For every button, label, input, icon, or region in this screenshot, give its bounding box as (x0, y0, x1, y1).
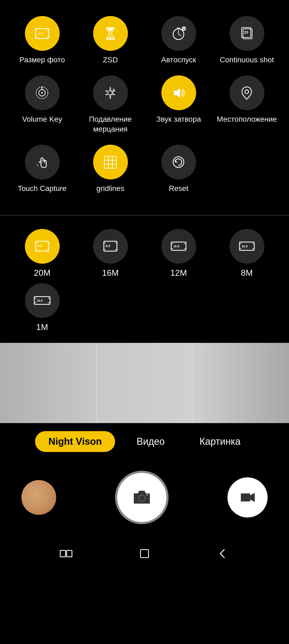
setting-continuous[interactable]: 20 Continuous shot (215, 16, 278, 65)
back-button[interactable] (212, 543, 234, 564)
autotimer-circle (161, 16, 196, 51)
reset-circle (161, 145, 196, 179)
res-8m-label: 8M (241, 268, 253, 278)
continuous-circle: 20 (230, 16, 264, 51)
gridlines-circle (93, 145, 128, 179)
res-8m-circle: 16:9 (230, 229, 264, 264)
setting-reset[interactable]: Reset (147, 145, 210, 193)
svg-point-26 (113, 89, 115, 91)
svg-text:16:9: 16:9 (242, 245, 248, 248)
svg-rect-88 (67, 550, 72, 557)
settings-grid: 4:3 Размер фото (11, 16, 278, 194)
res-20m[interactable]: 4:3 20M (11, 229, 74, 278)
setting-gridlines[interactable]: gridlines (79, 145, 142, 193)
bottom-controls (0, 460, 289, 535)
res-20m-circle: 4:3 (25, 229, 60, 264)
svg-rect-87 (60, 550, 66, 557)
resolution-grid: 4:3 20M 4:3 (0, 218, 289, 283)
svg-text:4:3: 4:3 (38, 32, 43, 35)
video-button[interactable] (227, 477, 268, 518)
setting-zsd[interactable]: ZSD (79, 16, 142, 65)
res-12m[interactable]: 16:9 12M (147, 229, 210, 278)
svg-rect-89 (140, 550, 149, 558)
mode-tabs: Night Vison Видео Картинка (0, 423, 289, 460)
res-20m-label: 20M (34, 268, 50, 278)
svg-line-14 (178, 34, 181, 36)
gallery-thumbnail[interactable] (21, 480, 56, 515)
anti-flicker-circle (93, 75, 128, 110)
touch-capture-label: Touch Capture (18, 184, 66, 193)
nav-bar (0, 535, 289, 578)
back-icon (215, 546, 231, 562)
home-button[interactable] (134, 543, 155, 564)
autotimer-label: Автоспуск (161, 55, 196, 65)
res-1m-label: 1M (36, 322, 48, 332)
res-16m-circle: 4:3 (93, 229, 128, 264)
res-1m[interactable]: 18:9 1M (11, 283, 74, 332)
tab-picture[interactable]: Картинка (186, 431, 254, 452)
anti-flicker-label: Подавление мерцания (79, 114, 142, 134)
svg-point-86 (146, 494, 148, 496)
svg-rect-28 (104, 156, 116, 168)
res-16m[interactable]: 4:3 16M (79, 229, 142, 278)
volume-key-label: Volume Key (22, 114, 62, 124)
svg-text:20: 20 (244, 30, 248, 34)
svg-point-85 (139, 496, 144, 501)
resolution-grid-second: 18:9 1M (0, 283, 289, 343)
setting-volume-key[interactable]: Volume Key (11, 75, 74, 134)
svg-text:16:9: 16:9 (173, 245, 179, 248)
res-16m-label: 16M (102, 268, 119, 278)
tab-video[interactable]: Видео (123, 431, 178, 452)
setting-photo-size[interactable]: 4:3 Размер фото (11, 16, 74, 65)
res-12m-circle: 16:9 (161, 229, 196, 264)
shutter-button[interactable] (115, 471, 169, 524)
location-circle (230, 75, 264, 110)
setting-touch-capture[interactable]: Touch Capture (11, 145, 74, 193)
svg-point-33 (173, 157, 184, 167)
setting-location[interactable]: Местоположение (215, 75, 278, 134)
tab-night-vision[interactable]: Night Vison (35, 431, 115, 452)
settings-divider (0, 215, 289, 216)
setting-anti-flicker[interactable]: Подавление мерцания (79, 75, 142, 134)
settings-panel: 4:3 Размер фото (0, 0, 289, 212)
svg-text:4:3: 4:3 (37, 244, 42, 248)
shutter-sound-circle (161, 75, 196, 110)
svg-text:4:3: 4:3 (105, 244, 110, 248)
preview-seg-2 (97, 343, 193, 423)
home-icon (136, 546, 153, 562)
zsd-circle (93, 16, 128, 51)
preview-seg-3 (193, 343, 289, 423)
gridlines-label: gridlines (96, 184, 124, 193)
camera-icon (130, 485, 154, 509)
setting-autotimer[interactable]: Автоспуск (147, 16, 210, 65)
recent-apps-icon (58, 546, 74, 562)
svg-point-24 (41, 92, 43, 94)
photo-size-circle: 4:3 (25, 16, 60, 51)
setting-shutter-sound[interactable]: Звук затвора (147, 75, 210, 134)
res-1m-circle: 18:9 (25, 283, 60, 318)
preview-seg-1 (0, 343, 97, 423)
camera-preview (0, 343, 289, 423)
location-label: Местоположение (217, 114, 277, 124)
zsd-label: ZSD (103, 55, 118, 65)
svg-point-27 (245, 90, 249, 94)
video-icon (238, 488, 257, 507)
res-8m[interactable]: 16:9 8M (215, 229, 278, 278)
thumbnail-image (21, 480, 56, 515)
touch-capture-circle (25, 145, 60, 179)
volume-key-circle (25, 75, 60, 110)
res-12m-label: 12M (170, 268, 187, 278)
shutter-sound-label: Звук затвора (156, 114, 201, 124)
continuous-label: Continuous shot (220, 55, 274, 65)
recent-apps-button[interactable] (55, 543, 77, 564)
reset-label: Reset (169, 184, 188, 193)
photo-size-label: Размер фото (19, 55, 65, 65)
svg-text:18:9: 18:9 (37, 299, 43, 302)
